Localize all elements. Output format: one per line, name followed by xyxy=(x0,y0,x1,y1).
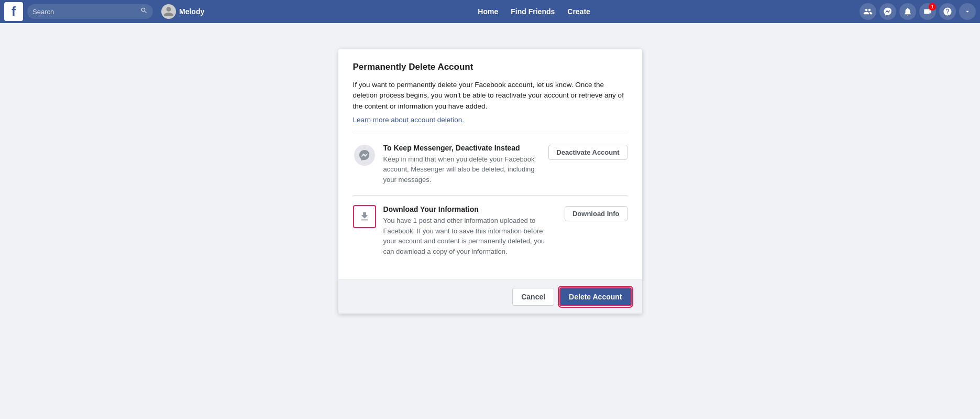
divider-1 xyxy=(353,134,627,134)
messenger-option-title: To Keep Messenger, Deactivate Instead xyxy=(383,144,542,152)
nav-create[interactable]: Create xyxy=(567,7,590,16)
nav-find-friends[interactable]: Find Friends xyxy=(511,7,555,16)
user-profile[interactable]: Melody xyxy=(161,4,204,19)
download-icon-wrapper xyxy=(353,205,376,228)
cancel-button[interactable]: Cancel xyxy=(512,288,554,306)
messenger-icon xyxy=(354,145,375,166)
avatar xyxy=(161,4,176,19)
main-content: Permanently Delete Account If you want t… xyxy=(0,23,980,419)
delete-account-dialog: Permanently Delete Account If you want t… xyxy=(338,49,642,314)
messenger-option-content: To Keep Messenger, Deactivate Instead Ke… xyxy=(383,144,542,185)
delete-account-button[interactable]: Delete Account xyxy=(559,287,631,306)
learn-more-link[interactable]: Learn more about account deletion. xyxy=(353,116,464,124)
navbar-right-icons: 1 xyxy=(860,3,976,20)
download-option-description: You have 1 post and other information up… xyxy=(383,216,557,256)
facebook-logo: f xyxy=(4,2,23,21)
notifications-icon-btn[interactable] xyxy=(899,3,916,20)
user-name: Melody xyxy=(179,7,204,16)
messenger-option-action: Deactivate Account xyxy=(548,144,627,160)
people-icon-btn[interactable] xyxy=(860,3,876,20)
deactivate-account-button[interactable]: Deactivate Account xyxy=(548,145,627,160)
download-option-action: Download Info xyxy=(565,205,627,221)
download-option-content: Download Your Information You have 1 pos… xyxy=(383,205,557,256)
messenger-icon-wrapper xyxy=(353,144,376,167)
download-option-title: Download Your Information xyxy=(383,205,557,213)
download-info-button[interactable]: Download Info xyxy=(565,206,627,221)
messenger-option-row: To Keep Messenger, Deactivate Instead Ke… xyxy=(353,144,627,185)
video-icon-btn[interactable]: 1 xyxy=(919,3,936,20)
search-input[interactable] xyxy=(32,8,138,16)
navbar: f Melody Home Find Friends Create xyxy=(0,0,980,23)
dialog-footer: Cancel Delete Account xyxy=(338,280,642,314)
dropdown-icon-btn[interactable] xyxy=(959,3,976,20)
nav-home[interactable]: Home xyxy=(478,7,498,16)
messenger-option-description: Keep in mind that when you delete your F… xyxy=(383,154,542,185)
search-bar[interactable] xyxy=(27,4,153,19)
nav-links: Home Find Friends Create xyxy=(478,7,590,16)
download-icon-box xyxy=(353,205,376,228)
dialog-body: Permanently Delete Account If you want t… xyxy=(338,49,642,280)
search-icon xyxy=(140,7,148,16)
help-icon-btn[interactable] xyxy=(939,3,956,20)
dialog-description: If you want to permanently delete your F… xyxy=(353,80,627,112)
notification-badge: 1 xyxy=(929,3,936,10)
download-option-row: Download Your Information You have 1 pos… xyxy=(353,205,627,256)
messenger-icon-btn[interactable] xyxy=(879,3,896,20)
dialog-title: Permanently Delete Account xyxy=(353,62,627,72)
divider-2 xyxy=(353,195,627,196)
